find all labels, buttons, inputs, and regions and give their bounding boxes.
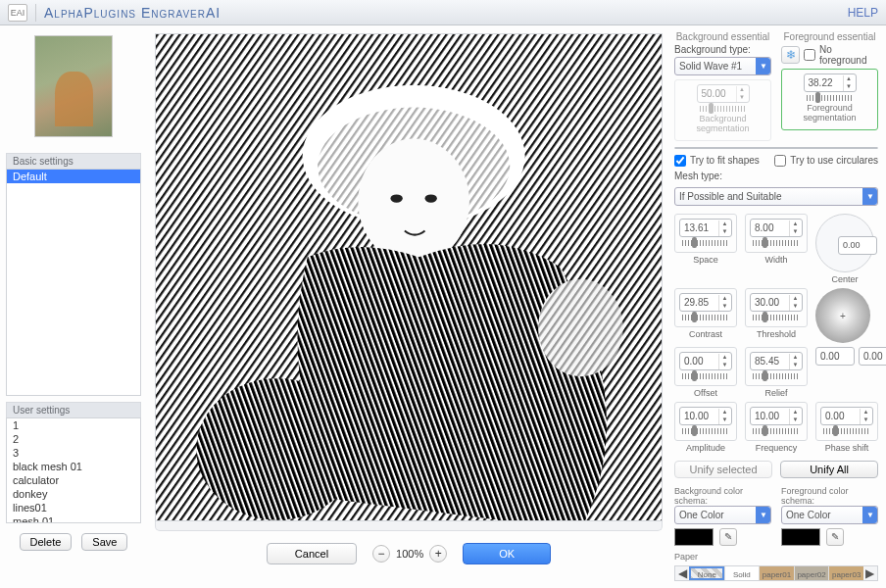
basic-settings-header: Basic settings — [6, 153, 141, 169]
frequency-label: Frequency — [756, 443, 798, 453]
fg-schema-select[interactable]: One Color▼ — [781, 506, 878, 524]
offset-input[interactable]: 0.00▲▼ — [679, 352, 732, 370]
divider — [35, 4, 36, 22]
ok-button[interactable]: OK — [463, 543, 551, 564]
fg-color-picker[interactable]: ✎ — [826, 528, 844, 546]
source-thumbnail[interactable] — [34, 35, 113, 137]
center-y-input[interactable]: 0.00 — [859, 347, 886, 366]
list-item[interactable]: black mesh 01 — [7, 460, 140, 473]
relief-input[interactable]: 85.45▲▼ — [750, 352, 803, 370]
offset-label: Offset — [694, 388, 717, 398]
fg-color-swatch[interactable] — [781, 528, 820, 546]
phase-input[interactable]: 0.00▲▼ — [820, 407, 873, 425]
bg-color-swatch[interactable] — [674, 528, 714, 546]
fg-essential-header: Foreground essential — [781, 31, 878, 42]
contrast-slider[interactable] — [682, 315, 729, 320]
list-item[interactable]: mesh 01 — [7, 514, 140, 523]
paper-strip: ◀ None Solid paper01 paper02 paper03 ▶ — [674, 565, 878, 581]
frequency-input[interactable]: 10.00▲▼ — [750, 407, 803, 425]
space-label: Space — [693, 255, 718, 265]
threshold-input[interactable]: 30.00▲▼ — [750, 293, 803, 312]
use-circulares-checkbox[interactable]: Try to use circulares — [774, 155, 878, 167]
paper-swatch[interactable]: Solid — [724, 566, 760, 580]
threshold-slider[interactable] — [753, 315, 800, 320]
right-column: Background essential Background type: So… — [670, 25, 886, 568]
geometry-randomness-tabs: Geometry Randomness — [674, 147, 878, 149]
paper-prev-button[interactable]: ◀ — [675, 566, 689, 580]
center-angle-input[interactable]: 0.00 — [838, 236, 877, 255]
zoom-in-button[interactable]: + — [429, 545, 447, 563]
width-label: Width — [764, 255, 787, 265]
delete-button[interactable]: Delete — [20, 533, 73, 551]
app-logo-icon: EAI — [8, 4, 27, 22]
paper-swatch[interactable]: paper03 — [828, 566, 863, 580]
svg-point-10 — [196, 378, 358, 519]
chevron-down-icon: ▼ — [760, 62, 767, 71]
paper-swatch[interactable]: None — [689, 566, 724, 580]
save-button[interactable]: Save — [81, 533, 127, 551]
paper-next-button[interactable]: ▶ — [863, 566, 877, 580]
center-angle-dial[interactable]: 0.00 — [815, 214, 874, 272]
user-settings-panel: User settings 1 2 3 black mesh 01 calcul… — [6, 402, 141, 523]
bottom-controls: Cancel − 100% + OK — [155, 531, 663, 564]
left-column: Basic settings Default User settings 1 2… — [0, 25, 147, 568]
chevron-down-icon: ▼ — [760, 511, 767, 519]
paper-label: Paper — [674, 552, 878, 562]
zoom-controls: − 100% + — [372, 545, 447, 563]
no-foreground-checkbox[interactable]: No foreground — [804, 44, 878, 66]
bg-color-picker[interactable]: ✎ — [719, 528, 737, 546]
center-column: Cancel − 100% + OK — [147, 25, 670, 568]
basic-settings-panel: Basic settings Default — [6, 153, 141, 396]
fg-seg-caption: Foreground segmentation — [786, 104, 873, 123]
phase-label: Phase shift — [825, 443, 869, 453]
space-slider[interactable] — [682, 240, 729, 246]
list-item[interactable]: 3 — [7, 446, 140, 460]
list-item[interactable]: Default — [7, 170, 140, 183]
center-picker[interactable] — [815, 288, 870, 343]
list-item[interactable]: 1 — [7, 418, 140, 432]
unify-selected-button: Unify selected — [674, 461, 772, 478]
tab-randomness[interactable]: Randomness — [776, 148, 877, 149]
list-item[interactable]: donkey — [7, 487, 140, 501]
chevron-down-icon: ▼ — [866, 511, 874, 519]
svg-point-12 — [538, 279, 623, 376]
frequency-slider[interactable] — [753, 428, 800, 434]
preview-canvas[interactable] — [155, 33, 663, 521]
phase-slider[interactable] — [823, 428, 870, 434]
contrast-input[interactable]: 29.85▲▼ — [679, 293, 732, 312]
list-item[interactable]: lines01 — [7, 501, 140, 514]
help-link[interactable]: HELP — [848, 6, 878, 20]
basic-settings-list[interactable]: Default — [6, 169, 141, 396]
fit-shapes-checkbox[interactable]: Try to fit shapes — [674, 155, 760, 167]
amplitude-slider[interactable] — [682, 428, 729, 434]
list-item[interactable]: 2 — [7, 432, 140, 446]
paper-swatch[interactable]: paper02 — [794, 566, 829, 580]
bg-type-select[interactable]: Solid Wave #1▼ — [674, 57, 771, 75]
snowflake-icon[interactable]: ❄ — [781, 46, 800, 64]
user-settings-list[interactable]: 1 2 3 black mesh 01 calculator donkey li… — [6, 417, 141, 523]
bg-schema-select[interactable]: One Color▼ — [674, 506, 771, 524]
offset-slider[interactable] — [682, 373, 729, 379]
bg-schema-label: Background color schema: — [674, 486, 771, 506]
zoom-out-button[interactable]: − — [372, 545, 390, 563]
width-input[interactable]: 8.00▲▼ — [750, 219, 803, 237]
width-slider[interactable] — [753, 240, 800, 246]
contrast-label: Contrast — [689, 329, 722, 339]
amplitude-input[interactable]: 10.00▲▼ — [679, 407, 732, 425]
mesh-type-select[interactable]: If Possible and Suitable▼ — [674, 187, 878, 206]
title-bar: EAI AlphaPlugins EngraverAI HELP — [0, 0, 886, 25]
zoom-label: 100% — [396, 548, 423, 560]
space-input[interactable]: 13.61▲▼ — [679, 219, 732, 237]
relief-slider[interactable] — [753, 373, 800, 379]
fg-seg-input[interactable]: 38.22▲▼ — [804, 74, 857, 92]
cancel-button[interactable]: Cancel — [267, 543, 357, 564]
preview-scrollbar[interactable] — [155, 521, 663, 531]
fg-seg-slider[interactable] — [807, 95, 854, 101]
paper-swatch[interactable]: paper01 — [759, 566, 794, 580]
tab-geometry[interactable]: Geometry — [675, 148, 776, 149]
list-item[interactable]: calculator — [7, 473, 140, 487]
center-x-input[interactable]: 0.00 — [815, 347, 855, 366]
amplitude-label: Amplitude — [686, 443, 725, 453]
chevron-down-icon: ▼ — [866, 192, 874, 201]
unify-all-button[interactable]: Unify All — [780, 461, 878, 478]
